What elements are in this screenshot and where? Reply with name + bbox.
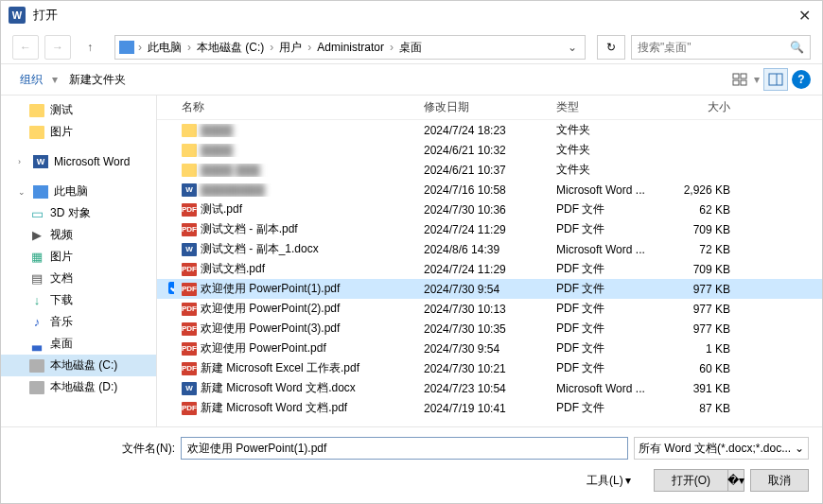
main-area: 测试图片›WMicrosoft Word⌄此电脑▭3D 对象▶视频▦图片▤文档↓… xyxy=(1,96,822,426)
sidebar-item[interactable]: ↓下载 xyxy=(1,289,156,311)
sidebar-item-label: 文档 xyxy=(50,270,73,287)
file-row[interactable]: PDF新建 Microsoft Excel 工作表.pdf2024/7/30 1… xyxy=(157,358,822,378)
file-row[interactable]: PDF新建 Microsoft Word 文档.pdf2024/7/19 10:… xyxy=(157,398,822,418)
folder-icon xyxy=(182,164,197,177)
back-button[interactable]: ← xyxy=(12,35,39,60)
file-row[interactable]: PDF测试.pdf2024/7/30 10:36PDF 文件62 KB xyxy=(157,200,822,219)
file-row[interactable]: PDF欢迎使用 PowerPoint.pdf2024/7/30 9:54PDF … xyxy=(157,339,822,358)
search-icon[interactable]: 🔍 xyxy=(790,41,804,54)
breadcrumb-root[interactable]: 此电脑 xyxy=(144,40,185,56)
file-name: 测试文档.pdf xyxy=(201,261,265,277)
sidebar-item[interactable]: 本地磁盘 (D:) xyxy=(1,376,156,398)
sidebar-item[interactable]: ⌄此电脑 xyxy=(1,181,156,202)
chevron-right-icon[interactable]: › xyxy=(390,41,394,54)
file-row[interactable]: PDF测试文档 - 副本.pdf2024/7/24 11:29PDF 文件709… xyxy=(157,219,822,239)
file-type: PDF 文件 xyxy=(549,261,672,277)
file-row[interactable]: PDF欢迎使用 PowerPoint(2).pdf2024/7/30 10:13… xyxy=(157,299,822,319)
tools-dropdown[interactable]: 工具(L) ▾ xyxy=(587,473,631,489)
chevron-down-icon[interactable]: ⌄ xyxy=(564,41,581,54)
breadcrumb-part[interactable]: 用户 xyxy=(275,40,306,56)
sidebar-item[interactable]: ›WMicrosoft Word xyxy=(1,152,156,171)
chevron-right-icon[interactable]: › xyxy=(307,41,311,54)
word-icon: W xyxy=(182,183,197,197)
cancel-button[interactable]: 取消 xyxy=(750,469,809,492)
expand-icon[interactable]: ⌄ xyxy=(18,187,27,197)
breadcrumb[interactable]: › 此电脑 › 本地磁盘 (C:) › 用户 › Administrator ›… xyxy=(114,35,586,60)
folder-icon xyxy=(182,144,197,157)
file-row[interactable]: ████2024/7/24 18:23文件夹 xyxy=(157,120,822,140)
help-icon[interactable]: ? xyxy=(792,70,811,89)
organize-button[interactable]: 组织 xyxy=(12,68,50,92)
file-row[interactable]: ████2024/6/21 10:32文件夹 xyxy=(157,140,822,160)
sidebar-item[interactable]: ▦图片 xyxy=(1,246,156,268)
column-type[interactable]: 类型 xyxy=(549,99,672,115)
file-size: 1 KB xyxy=(672,342,738,356)
sidebar-item[interactable]: ▭3D 对象 xyxy=(1,202,156,224)
sidebar-item[interactable]: 测试 xyxy=(1,99,156,121)
close-icon[interactable]: ✕ xyxy=(798,7,811,25)
sidebar-item[interactable]: ▶视频 xyxy=(1,224,156,246)
refresh-button[interactable]: ↻ xyxy=(597,35,625,60)
open-button[interactable]: 打开(O) xyxy=(654,469,728,492)
breadcrumb-part[interactable]: 桌面 xyxy=(395,40,426,56)
file-date: 2024/6/21 10:37 xyxy=(416,164,549,177)
file-type: 文件夹 xyxy=(549,142,672,158)
filename-input[interactable] xyxy=(181,437,628,460)
column-name[interactable]: 名称 xyxy=(174,99,416,115)
file-type-select[interactable]: 所有 Word 文档(*.docx;*.doc... ⌄ xyxy=(634,437,809,460)
sidebar-item[interactable]: ▤文档 xyxy=(1,268,156,289)
word-icon: W xyxy=(33,155,48,168)
breadcrumb-part[interactable]: 本地磁盘 (C:) xyxy=(193,40,268,56)
file-row[interactable]: W████████2024/7/16 10:58Microsoft Word .… xyxy=(157,180,822,200)
svg-rect-4 xyxy=(769,74,782,85)
folder-icon xyxy=(29,126,44,139)
search-input[interactable] xyxy=(638,41,790,54)
up-button[interactable]: ↑ xyxy=(77,35,103,60)
preview-pane-icon[interactable] xyxy=(763,68,788,91)
vid-icon: ▶ xyxy=(29,229,44,242)
sidebar-item-label: 下载 xyxy=(50,292,73,308)
column-size[interactable]: 大小 xyxy=(672,99,738,115)
new-folder-button[interactable]: 新建文件夹 xyxy=(61,68,133,92)
file-row[interactable]: W测试文档 - 副本_1.docx2024/8/6 14:39Microsoft… xyxy=(157,239,822,259)
file-date: 2024/7/24 11:29 xyxy=(416,223,549,236)
file-name: ████████ xyxy=(201,183,265,197)
chevron-down-icon[interactable]: ▾ xyxy=(754,73,760,86)
chevron-down-icon: ▾ xyxy=(625,474,631,487)
sidebar-item[interactable]: ♪音乐 xyxy=(1,311,156,333)
file-type: Microsoft Word ... xyxy=(549,243,672,256)
sidebar-item[interactable]: ▃桌面 xyxy=(1,333,156,355)
file-date: 2024/6/21 10:32 xyxy=(416,144,549,157)
open-dropdown[interactable]: �▾ xyxy=(727,469,744,492)
file-row[interactable]: ████ ███2024/6/21 10:37文件夹 xyxy=(157,160,822,180)
chevron-right-icon[interactable]: › xyxy=(270,41,273,54)
breadcrumb-part[interactable]: Administrator xyxy=(313,41,388,54)
chevron-right-icon[interactable]: › xyxy=(187,41,191,54)
file-type: PDF 文件 xyxy=(549,400,672,416)
column-date[interactable]: 修改日期 xyxy=(416,99,549,115)
forward-button[interactable]: → xyxy=(44,35,71,60)
file-type: PDF 文件 xyxy=(549,360,672,376)
sidebar-item[interactable]: 本地磁盘 (C:) xyxy=(1,355,156,376)
file-type: PDF 文件 xyxy=(549,321,672,337)
file-type: 文件夹 xyxy=(549,122,672,138)
search-box[interactable]: 🔍 xyxy=(631,35,811,60)
sidebar-item[interactable]: 图片 xyxy=(1,121,156,143)
expand-icon[interactable]: › xyxy=(18,157,27,166)
file-type: Microsoft Word ... xyxy=(549,382,672,395)
file-size: 60 KB xyxy=(672,362,738,375)
file-list: 名称 修改日期 类型 大小 ████2024/7/24 18:23文件夹████… xyxy=(157,96,822,426)
file-row[interactable]: W新建 Microsoft Word 文档.docx2024/7/23 10:5… xyxy=(157,378,822,398)
file-row[interactable]: PDF测试文档.pdf2024/7/24 11:29PDF 文件709 KB xyxy=(157,259,822,279)
file-name: 欢迎使用 PowerPoint.pdf xyxy=(201,340,326,356)
dialog-title: 打开 xyxy=(33,7,58,24)
file-date: 2024/7/24 11:29 xyxy=(416,263,549,276)
chevron-right-icon[interactable]: › xyxy=(138,41,142,54)
view-large-icon[interactable] xyxy=(727,68,752,91)
file-list-body[interactable]: ████2024/7/24 18:23文件夹████2024/6/21 10:3… xyxy=(157,120,822,426)
chevron-down-icon[interactable]: ▾ xyxy=(52,73,58,86)
file-row[interactable]: PDF欢迎使用 PowerPoint(3).pdf2024/7/30 10:35… xyxy=(157,319,822,339)
file-size: 977 KB xyxy=(672,303,738,316)
file-name: 测试.pdf xyxy=(201,201,242,217)
file-row[interactable]: PDF欢迎使用 PowerPoint(1).pdf2024/7/30 9:54P… xyxy=(157,279,822,299)
